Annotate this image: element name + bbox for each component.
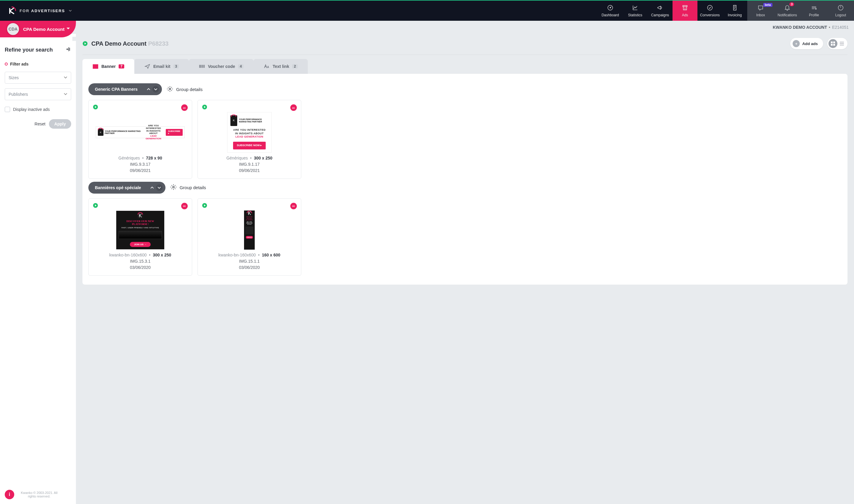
filter-section-header[interactable]: Filter ads [0, 57, 76, 69]
tab-email[interactable]: Email kit 3 [134, 59, 189, 74]
banner-preview: KDISCOVER OUR NEW PLATFORM !FAST, USER-F… [116, 211, 164, 249]
nav-profile[interactable]: Profile [801, 1, 827, 21]
svg-rect-6 [831, 41, 833, 43]
ads-icon [682, 4, 688, 12]
group-details-button[interactable]: Group details [170, 184, 206, 191]
brand[interactable]: FOR ADVERTISERS [0, 1, 78, 21]
infinity-badge[interactable]: ∞ [181, 104, 188, 111]
grid-view-button[interactable] [829, 39, 837, 48]
group-chip[interactable]: Bannières opé spéciale [88, 182, 165, 194]
group-name: Bannières opé spéciale [95, 185, 141, 190]
apply-button[interactable]: Apply [49, 119, 71, 129]
svg-rect-7 [833, 41, 835, 43]
program-code: P68233 [148, 40, 169, 47]
banner-icon [92, 64, 99, 69]
nav-notifications[interactable]: 3 Notifications [774, 1, 801, 21]
tab-count: 7 [119, 64, 124, 69]
nav-inbox[interactable]: beta Inbox [747, 1, 774, 21]
copyright-text: Kwanko © 2003-2021. All rights reserved. [18, 491, 60, 498]
group-details-button[interactable]: Group details [167, 86, 202, 93]
account-header: KWANKO DEMO ACCOUNT • E214051 [0, 21, 854, 34]
play-icon [93, 104, 98, 110]
tab-voucher[interactable]: Voucher code 4 [189, 59, 253, 74]
tab-count: 4 [238, 64, 244, 69]
account-id: E214051 [832, 25, 849, 30]
svg-rect-11 [840, 43, 844, 44]
nav-ads[interactable]: Ads [673, 1, 697, 21]
plus-icon: + [793, 40, 800, 47]
card-meta: kwanko-bn-160x600 • 300 x 250IMG.15.3.10… [109, 252, 172, 271]
ad-card[interactable]: ∞KYOUR PERFORMANCE MARKETING PARTNERARE … [88, 100, 192, 179]
chevron-up-icon[interactable] [149, 184, 155, 191]
top-nav: FOR ADVERTISERS Dashboard Statistics Cam… [0, 0, 854, 21]
infinity-badge[interactable]: ∞ [290, 104, 297, 111]
gauge-icon [607, 4, 613, 12]
chart-icon [632, 4, 638, 12]
chevron-down-icon [64, 92, 67, 97]
infinity-badge[interactable]: ∞ [290, 203, 297, 209]
send-icon [144, 64, 150, 69]
beta-badge: beta [763, 3, 772, 7]
main-content: CPA Demo Account P68233 + Add ads Banner… [76, 34, 854, 504]
account-name: KWANKO DEMO ACCOUNT [773, 25, 827, 30]
svg-point-17 [173, 186, 174, 188]
nav-invoicing[interactable]: Invoicing [722, 1, 747, 21]
svg-rect-9 [833, 44, 835, 46]
card-meta: Génériques • 728 x 90IMG.9.3.1709/06/202… [118, 155, 162, 174]
ad-card[interactable]: ∞KDISCOVER OUR NEW PLATFORM !FAST, USER-… [197, 198, 301, 276]
svg-rect-12 [840, 45, 844, 46]
nav-dashboard[interactable]: Dashboard [598, 1, 623, 21]
chevron-down-icon[interactable] [156, 184, 162, 191]
notification-count-badge: 3 [789, 2, 794, 6]
play-icon [202, 104, 207, 110]
svg-point-3 [816, 8, 817, 9]
svg-point-2 [708, 5, 713, 10]
sizes-select[interactable]: Sizes [5, 72, 71, 84]
refine-title: Refine your search [5, 47, 53, 53]
svg-point-1 [610, 7, 611, 8]
sidebar-account-name: CPA Demo Account [23, 27, 64, 32]
gear-icon [167, 86, 173, 93]
nav-campaigns[interactable]: Campaigns [647, 1, 673, 21]
account-selector[interactable]: CDA CPA Demo Account [0, 21, 76, 37]
card-meta: kwanko-bn-160x600 • 160 x 600IMG.15.1.10… [218, 252, 281, 271]
tab-textlink[interactable]: Text link 2 [253, 59, 307, 74]
svg-rect-10 [840, 42, 844, 42]
chevron-down-icon[interactable] [153, 86, 159, 92]
ad-card[interactable]: ∞KYOUR PERFORMANCE MARKETING PARTNERARE … [197, 100, 301, 179]
chevron-up-icon[interactable] [145, 86, 152, 92]
svg-point-14 [169, 88, 171, 90]
ad-card[interactable]: ∞KDISCOVER OUR NEW PLATFORM !FAST, USER-… [88, 198, 192, 276]
banner-preview: KYOUR PERFORMANCE MARKETING PARTNERARE Y… [96, 126, 185, 138]
list-view-button[interactable] [837, 39, 846, 48]
chevron-down-icon [66, 26, 70, 32]
reset-button[interactable]: Reset [35, 119, 46, 129]
power-icon [837, 4, 844, 12]
gear-icon [170, 184, 177, 191]
add-ads-button[interactable]: + Add ads [790, 38, 823, 49]
nav-statistics[interactable]: Statistics [623, 1, 647, 21]
megaphone-icon [657, 4, 663, 12]
check-circle-icon [707, 4, 713, 12]
play-icon [202, 203, 207, 208]
tab-banner[interactable]: Banner 7 [83, 59, 134, 74]
profile-icon [811, 4, 817, 12]
chevron-down-icon [69, 8, 72, 13]
logo-icon [6, 5, 17, 16]
tabs: Banner 7 Email kit 3 Voucher code 4 Text… [83, 59, 848, 74]
tab-count: 3 [174, 64, 179, 69]
infinity-badge[interactable]: ∞ [181, 203, 188, 209]
collapse-icon[interactable] [65, 46, 71, 53]
info-icon[interactable]: i [5, 490, 14, 499]
avatar: CDA [6, 22, 20, 36]
nav-conversions[interactable]: Conversions [697, 1, 722, 21]
display-inactive-checkbox[interactable]: Display inactive ads [0, 103, 76, 116]
nav-logout[interactable]: Logout [827, 1, 854, 21]
view-toggle [827, 38, 848, 49]
publishers-select[interactable]: Publishers [5, 88, 71, 100]
text-icon [264, 64, 269, 69]
barcode-icon [199, 64, 205, 69]
status-dot-icon [5, 62, 8, 66]
group-chip[interactable]: Generic CPA Banners [88, 83, 162, 95]
play-icon [83, 41, 88, 46]
